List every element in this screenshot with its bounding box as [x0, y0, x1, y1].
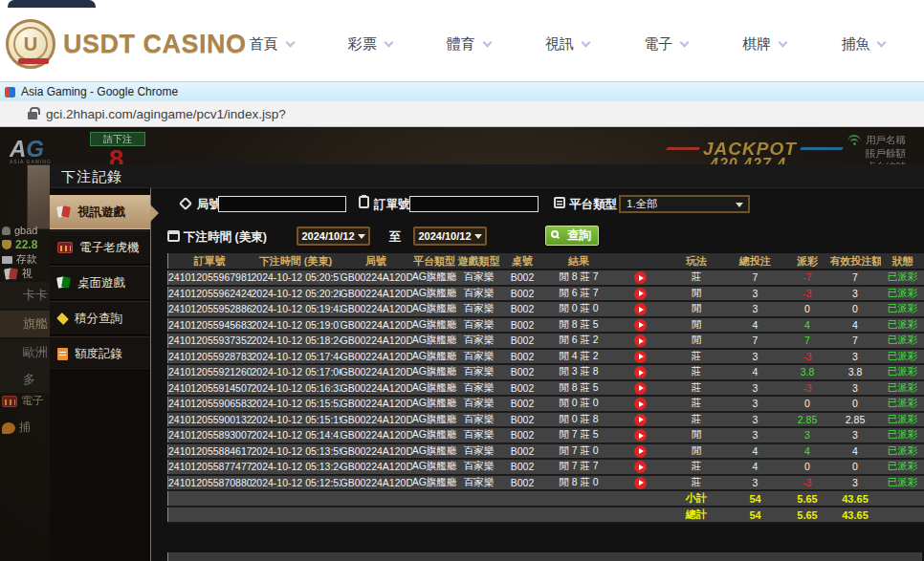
col-header-platform: 平台類型 — [412, 253, 457, 270]
play-replay-button[interactable] — [634, 445, 647, 458]
egames-tab[interactable]: 電子 — [2, 393, 44, 409]
cell-payout: -3 — [785, 349, 830, 365]
to-label: 至 — [389, 229, 402, 246]
cell-valid-bet: 7 — [830, 333, 881, 349]
nav-item-home[interactable]: 首頁 — [250, 35, 294, 54]
cell-result: 閒 6 莊 2 — [544, 333, 614, 349]
wifi-icon — [847, 135, 861, 145]
play-replay-button[interactable] — [634, 461, 647, 473]
play-replay-button[interactable] — [634, 319, 647, 332]
sidebar-item-video-games[interactable]: 視訊遊戲 — [50, 195, 150, 229]
date-to-picker[interactable]: 2024/10/12 — [413, 227, 487, 246]
cell-platform: AG旗艦廳 — [412, 427, 457, 443]
cell-time: 2024-10-12 05:19:43 — [252, 301, 341, 317]
cell-table: B002 — [501, 380, 544, 397]
table-row: 241012055870880 2024-10-12 05:12:52 GB00… — [168, 475, 924, 491]
play-replay-button[interactable] — [634, 414, 647, 426]
casino-logo-emblem-icon: U — [6, 19, 55, 69]
cell-play: 閒 — [668, 317, 726, 334]
nav-item-fishing[interactable]: 捕魚 — [841, 35, 885, 54]
sidebar-item-points-query[interactable]: 積分查詢 — [50, 301, 150, 335]
play-replay-button[interactable] — [634, 382, 647, 395]
cell-order: 241012055877477 — [168, 459, 252, 475]
bet-records-modal: 下注記錄 視訊遊戲 電子老虎機 桌面遊戲 積分查詢 額度記錄 局號 訂單號 平台… — [50, 164, 924, 561]
casino-logo[interactable]: U USDT CASINO — [6, 19, 247, 69]
chrome-window-titlebar[interactable]: Asia Gaming - Google Chrome — [0, 81, 924, 101]
video-row[interactable]: 視 — [5, 267, 33, 281]
cell-round: GB00224A120D8 — [341, 412, 412, 428]
search-button[interactable]: 查詢 — [545, 226, 599, 246]
hall-tab-cagayan[interactable]: 卡卡 — [0, 282, 50, 309]
cell-payout: 7 — [785, 333, 830, 349]
cell-table: B002 — [501, 317, 544, 334]
cell-total-bet: 7 — [726, 333, 785, 349]
cell-round: GB00224A120DE — [341, 317, 412, 334]
nav-item-chess[interactable]: 棋牌 — [742, 35, 786, 54]
balance-row: 22.8 — [2, 238, 37, 251]
diamond-icon — [56, 313, 69, 325]
order-number-input[interactable] — [409, 196, 539, 212]
sidebar-item-slot-machines[interactable]: 電子老虎機 — [50, 230, 150, 265]
table-row: 241012055952886 2024-10-12 05:19:43 GB00… — [168, 301, 924, 317]
play-replay-button[interactable] — [634, 271, 647, 284]
platform-type-select[interactable]: 1.全部 — [619, 195, 750, 213]
cell-order: 241012055900132 — [168, 412, 252, 428]
play-replay-button[interactable] — [634, 398, 647, 410]
play-replay-button[interactable] — [634, 288, 647, 300]
modal-title: 下注記錄 — [61, 168, 122, 186]
cell-order: 241012055870880 — [168, 475, 252, 491]
cell-total-bet: 4 — [726, 443, 785, 460]
browser-tab-stub[interactable] — [8, 0, 96, 8]
sidebar-item-table-games[interactable]: 桌面遊戲 — [50, 266, 150, 300]
deposit-row[interactable]: 存款 — [2, 252, 37, 267]
nav-item-live-video[interactable]: 視訊 — [545, 35, 589, 54]
play-replay-button[interactable] — [634, 429, 647, 442]
hall-tab-flagship[interactable]: 旗艦 — [0, 311, 50, 337]
cell-round: GB00224A120DG — [341, 286, 412, 302]
nav-item-lottery[interactable]: 彩票 — [348, 35, 392, 54]
cell-play: 莊 — [668, 380, 726, 397]
total-label: 總計 — [668, 507, 726, 523]
cell-time: 2024-10-12 05:13:59 — [252, 443, 341, 460]
cell-table: B002 — [501, 475, 544, 491]
fishing-tab[interactable]: 捕 — [2, 420, 31, 436]
chrome-url-bar[interactable]: gci.2hhapi.com/agingame/pcv1/index.jsp? — [0, 101, 924, 127]
cell-status: 已派彩 — [881, 364, 924, 380]
play-replay-button[interactable] — [634, 477, 647, 489]
lock-icon[interactable] — [28, 112, 37, 119]
cell-status: 已派彩 — [881, 301, 924, 317]
table-row: 241012055962424 2024-10-12 05:20:28 GB00… — [168, 286, 924, 302]
play-replay-button[interactable] — [634, 303, 647, 315]
total-valid: 43.65 — [830, 507, 881, 523]
table-row: 241012055921260 2024-10-12 05:17:06 GB00… — [168, 364, 924, 380]
cell-order: 241012055893007 — [168, 427, 252, 443]
casino-logo-text: USDT CASINO — [63, 30, 247, 59]
subtotal-valid: 43.65 — [830, 490, 881, 507]
cell-game-type: 百家樂 — [457, 301, 501, 317]
cell-table: B002 — [501, 396, 544, 412]
username-row: gbad — [2, 225, 37, 236]
cell-total-bet: 7 — [726, 270, 785, 286]
play-replay-button[interactable] — [634, 366, 647, 378]
round-number-input[interactable] — [218, 196, 346, 212]
cell-play: 莊 — [668, 475, 726, 491]
date-from-picker[interactable]: 2024/10/12 — [297, 227, 370, 246]
ag-logo: AGASIA GAMING — [10, 136, 52, 164]
play-replay-button[interactable] — [634, 334, 647, 347]
cell-payout: -3 — [785, 286, 830, 302]
cell-game-type: 百家樂 — [457, 443, 501, 460]
sidebar-item-credit-records[interactable]: 額度記錄 — [50, 336, 150, 371]
cell-play: 閒 — [668, 427, 726, 443]
table-row: 241012055884617 2024-10-12 05:13:59 GB00… — [168, 443, 924, 460]
cell-table: B002 — [501, 333, 544, 349]
cell-time: 2024-10-12 05:20:28 — [252, 286, 341, 302]
play-replay-button[interactable] — [634, 351, 647, 363]
cell-round: GB00224A120D9 — [341, 396, 412, 412]
cell-payout: -3 — [785, 475, 830, 491]
cell-time: 2024-10-12 05:14:41 — [252, 427, 341, 443]
cell-game-type: 百家樂 — [457, 380, 501, 397]
nav-item-egames[interactable]: 電子 — [644, 35, 688, 54]
hall-tab-europe[interactable]: 歐洲 — [0, 339, 50, 366]
nav-item-sports[interactable]: 體育 — [447, 35, 491, 54]
hall-tab-multi[interactable]: 多 — [0, 366, 50, 393]
